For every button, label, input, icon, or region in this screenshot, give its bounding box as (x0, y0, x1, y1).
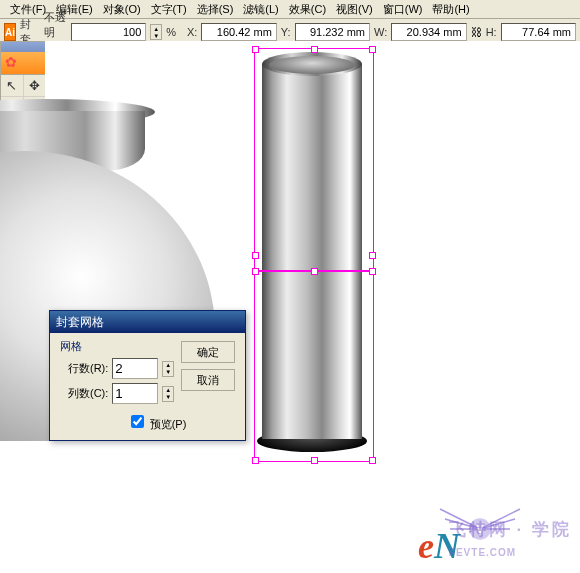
w-label: W: (374, 26, 387, 38)
dialog-title[interactable]: 封套网格 (50, 311, 245, 333)
link-icon[interactable]: ⛓ (471, 26, 482, 38)
menu-object[interactable]: 对象(O) (99, 1, 145, 18)
menu-type[interactable]: 文字(T) (147, 1, 191, 18)
preview-checkbox[interactable]: 预览(P) (127, 418, 187, 430)
selection-bbox[interactable] (254, 48, 374, 462)
h-label: H: (486, 26, 497, 38)
cols-label: 列数(C): (68, 386, 108, 401)
toolbox-header (1, 52, 46, 75)
rows-spinner[interactable]: ▲▼ (162, 361, 174, 377)
menu-help[interactable]: 帮助(H) (428, 1, 473, 18)
h-input[interactable] (504, 25, 573, 39)
rows-input[interactable] (112, 358, 158, 379)
menu-select[interactable]: 选择(S) (193, 1, 238, 18)
toolbox-gripper[interactable] (1, 42, 46, 52)
opacity-unit: % (166, 26, 176, 38)
envelope-mesh-line[interactable] (254, 270, 374, 272)
w-input[interactable] (394, 25, 463, 39)
cols-spinner[interactable]: ▲▼ (162, 386, 174, 402)
menu-view[interactable]: 视图(V) (332, 1, 377, 18)
menu-filter[interactable]: 滤镜(L) (239, 1, 282, 18)
y-label: Y: (281, 26, 291, 38)
menu-bar: 文件(F) 编辑(E) 对象(O) 文字(T) 选择(S) 滤镜(L) 效果(C… (0, 0, 580, 19)
site-watermark: 飞特网 · 学院 FEVTE.COM (449, 518, 572, 561)
menu-window[interactable]: 窗口(W) (379, 1, 427, 18)
cancel-button[interactable]: 取消 (181, 369, 235, 391)
y-input[interactable] (298, 25, 367, 39)
x-label: X: (187, 26, 197, 38)
x-input[interactable] (204, 25, 273, 39)
menu-effect[interactable]: 效果(C) (285, 1, 330, 18)
cols-input[interactable] (112, 383, 158, 404)
opacity-input[interactable] (74, 25, 143, 39)
ok-button[interactable]: 确定 (181, 341, 235, 363)
opacity-spinner[interactable]: ▲▼ (150, 24, 162, 40)
app-icon: Ai (4, 23, 16, 41)
envelope-mesh-dialog: 封套网格 网格 行数(R): ▲▼ 列数(C): ▲▼ 预览(P) 确定 取消 (49, 310, 246, 441)
rows-label: 行数(R): (68, 361, 108, 376)
